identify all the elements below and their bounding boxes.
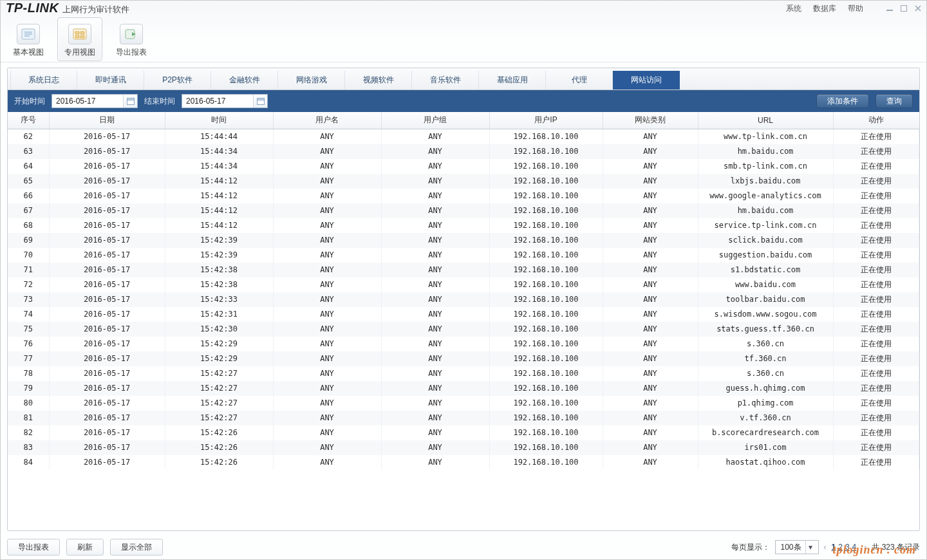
cell-user: ANY: [273, 248, 381, 263]
cell-act: 正在使用: [833, 263, 919, 277]
table-row[interactable]: 712016-05-1715:42:38ANYANY192.168.10.100…: [8, 263, 919, 277]
tab-3[interactable]: 金融软件: [211, 71, 278, 89]
col-header-7[interactable]: URL: [698, 112, 833, 129]
cell-url: irs01.com: [698, 440, 833, 455]
end-date-input[interactable]: [182, 94, 268, 108]
table-row[interactable]: 832016-05-1715:42:26ANYANY192.168.10.100…: [8, 440, 919, 455]
maximize-icon[interactable]: [901, 5, 907, 12]
table-row[interactable]: 702016-05-1715:42:39ANYANY192.168.10.100…: [8, 248, 919, 263]
refresh-button[interactable]: 刷新: [66, 539, 104, 555]
start-date-input[interactable]: [52, 94, 138, 108]
col-header-6[interactable]: 网站类别: [603, 112, 698, 129]
tab-6[interactable]: 音乐软件: [412, 71, 479, 89]
table-row[interactable]: 782016-05-1715:42:27ANYANY192.168.10.100…: [8, 366, 919, 381]
close-icon[interactable]: [915, 5, 921, 12]
cell-date: 2016-05-17: [49, 174, 165, 189]
col-header-2[interactable]: 时间: [165, 112, 273, 129]
table-row[interactable]: 692016-05-1715:42:39ANYANY192.168.10.100…: [8, 233, 919, 248]
cell-act: 正在使用: [833, 455, 919, 470]
cell-group: ANY: [381, 218, 489, 233]
table-row[interactable]: 772016-05-1715:42:29ANYANY192.168.10.100…: [8, 351, 919, 366]
tab-7[interactable]: 基础应用: [479, 71, 546, 89]
cell-time: 15:42:27: [165, 411, 273, 425]
table-row[interactable]: 742016-05-1715:42:31ANYANY192.168.10.100…: [8, 307, 919, 322]
table-row[interactable]: 672016-05-1715:44:12ANYANY192.168.10.100…: [8, 203, 919, 218]
calendar-icon[interactable]: [123, 95, 137, 107]
tab-2[interactable]: P2P软件: [144, 71, 211, 89]
main-toolbar: 基本视图 专用视图 导出报表: [1, 16, 926, 62]
export-button[interactable]: 导出报表: [7, 539, 60, 555]
menu-database[interactable]: 数据库: [813, 3, 836, 14]
page-prev[interactable]: ‹: [824, 543, 827, 552]
query-button[interactable]: 查询: [876, 94, 913, 108]
logo-mark: TP-LINK: [6, 1, 59, 14]
cell-idx: 72: [8, 277, 49, 292]
tab-4[interactable]: 网络游戏: [278, 71, 345, 89]
titlebar: TP-LINK 上网行为审计软件 系统 数据库 帮助: [1, 1, 926, 16]
cell-cat: ANY: [603, 381, 698, 396]
tab-1[interactable]: 即时通讯: [77, 71, 144, 89]
table-row[interactable]: 792016-05-1715:42:27ANYANY192.168.10.100…: [8, 381, 919, 396]
col-header-8[interactable]: 动作: [833, 112, 919, 129]
table-row[interactable]: 652016-05-1715:44:12ANYANY192.168.10.100…: [8, 174, 919, 189]
cell-group: ANY: [381, 455, 489, 470]
table-row[interactable]: 662016-05-1715:44:12ANYANY192.168.10.100…: [8, 189, 919, 203]
cell-user: ANY: [273, 189, 381, 203]
tool-basic-view[interactable]: 基本视图: [6, 17, 51, 61]
table-row[interactable]: 752016-05-1715:42:30ANYANY192.168.10.100…: [8, 322, 919, 337]
cell-act: 正在使用: [833, 337, 919, 351]
cell-idx: 70: [8, 248, 49, 263]
tab-9[interactable]: 网站访问: [613, 71, 680, 89]
cell-cat: ANY: [603, 248, 698, 263]
table-row[interactable]: 822016-05-1715:42:26ANYANY192.168.10.100…: [8, 425, 919, 440]
cell-act: 正在使用: [833, 233, 919, 248]
cell-time: 15:42:30: [165, 322, 273, 337]
cell-url: smb.tp-link.com.cn: [698, 159, 833, 174]
add-condition-button[interactable]: 添加条件: [816, 94, 869, 108]
table-row[interactable]: 842016-05-1715:42:26ANYANY192.168.10.100…: [8, 455, 919, 470]
tab-0[interactable]: 系统日志: [10, 71, 77, 89]
minimize-icon[interactable]: [886, 5, 893, 12]
table-row[interactable]: 632016-05-1715:44:34ANYANY192.168.10.100…: [8, 144, 919, 159]
tab-5[interactable]: 视频软件: [345, 71, 412, 89]
cell-group: ANY: [381, 144, 489, 159]
start-date-field[interactable]: [52, 95, 123, 107]
table-row[interactable]: 732016-05-1715:42:33ANYANY192.168.10.100…: [8, 292, 919, 307]
cell-act: 正在使用: [833, 366, 919, 381]
end-date-field[interactable]: [182, 95, 253, 107]
show-all-button[interactable]: 显示全部: [110, 539, 163, 555]
cell-ip: 192.168.10.100: [489, 351, 603, 366]
table-row[interactable]: 762016-05-1715:42:29ANYANY192.168.10.100…: [8, 337, 919, 351]
menu-system[interactable]: 系统: [786, 3, 801, 14]
pagesize-select[interactable]: 100条 ▾: [775, 540, 819, 554]
tool-special-view[interactable]: 专用视图: [57, 17, 102, 61]
table-row[interactable]: 722016-05-1715:42:38ANYANY192.168.10.100…: [8, 277, 919, 292]
cell-url: hm.baidu.com: [698, 144, 833, 159]
table-row[interactable]: 642016-05-1715:44:34ANYANY192.168.10.100…: [8, 159, 919, 174]
table-row[interactable]: 682016-05-1715:44:12ANYANY192.168.10.100…: [8, 218, 919, 233]
tool-export-report[interactable]: 导出报表: [109, 17, 154, 61]
col-header-5[interactable]: 用户IP: [489, 112, 603, 129]
cell-date: 2016-05-17: [49, 381, 165, 396]
col-header-0[interactable]: 序号: [8, 112, 49, 129]
cell-date: 2016-05-17: [49, 233, 165, 248]
cell-act: 正在使用: [833, 159, 919, 174]
col-header-3[interactable]: 用户名: [273, 112, 381, 129]
table-row[interactable]: 812016-05-1715:42:27ANYANY192.168.10.100…: [8, 411, 919, 425]
cell-idx: 62: [8, 129, 49, 144]
app-window: TP-LINK 上网行为审计软件 系统 数据库 帮助 基本视图 专用视图 导出报…: [0, 0, 927, 560]
menu-help[interactable]: 帮助: [848, 3, 863, 14]
col-header-4[interactable]: 用户组: [381, 112, 489, 129]
cell-url: p1.qhimg.com: [698, 396, 833, 411]
cell-ip: 192.168.10.100: [489, 292, 603, 307]
col-header-1[interactable]: 日期: [49, 112, 165, 129]
cell-time: 15:44:12: [165, 189, 273, 203]
tab-8[interactable]: 代理: [546, 71, 613, 89]
cell-group: ANY: [381, 248, 489, 263]
calendar-icon[interactable]: [253, 95, 267, 107]
cell-date: 2016-05-17: [49, 144, 165, 159]
cell-ip: 192.168.10.100: [489, 263, 603, 277]
cell-act: 正在使用: [833, 218, 919, 233]
table-row[interactable]: 622016-05-1715:44:44ANYANY192.168.10.100…: [8, 129, 919, 144]
table-row[interactable]: 802016-05-1715:42:27ANYANY192.168.10.100…: [8, 396, 919, 411]
